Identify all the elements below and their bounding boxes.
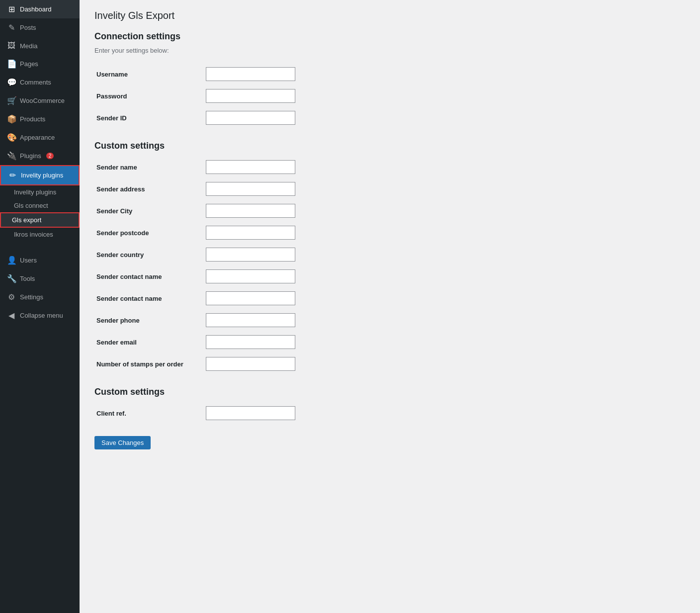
appearance-icon: 🎨: [7, 133, 16, 142]
sidebar-submenu-ikros-invoices[interactable]: Ikros invoices: [0, 228, 80, 241]
sender-email-input[interactable]: [206, 335, 295, 349]
table-row: Sender country: [94, 244, 685, 265]
sender-contact-name2-input[interactable]: [206, 291, 295, 305]
submenu-label: Gls export: [12, 216, 41, 224]
sidebar-item-label: Invelity plugins: [21, 172, 63, 179]
connection-settings-title: Connection settings: [94, 31, 685, 42]
sidebar-item-posts[interactable]: ✎ Posts: [0, 18, 80, 37]
custom-settings2-table: Client ref.: [94, 402, 685, 424]
custom-settings2-section: Custom settings Client ref.: [94, 387, 685, 424]
sidebar-item-plugins[interactable]: 🔌 Plugins 2: [0, 147, 80, 165]
sidebar-item-comments[interactable]: 💬 Comments: [0, 73, 80, 91]
number-of-stamps-input[interactable]: [206, 357, 295, 371]
sidebar-submenu-gls-export[interactable]: Gls export: [0, 212, 80, 228]
sidebar-item-woocommerce[interactable]: 🛒 WooCommerce: [0, 91, 80, 110]
table-row: Sender email: [94, 331, 685, 353]
products-icon: 📦: [7, 114, 16, 124]
sidebar-item-appearance[interactable]: 🎨 Appearance: [0, 128, 80, 147]
sidebar-item-label: Users: [20, 257, 37, 264]
submenu: Invelity plugins Gls connect Gls export …: [0, 185, 80, 241]
sender-postcode-input[interactable]: [206, 226, 295, 240]
sidebar-item-collapse[interactable]: ◀ Collapse menu: [0, 306, 80, 325]
table-row: Sender name: [94, 156, 685, 178]
submenu-label: Ikros invoices: [14, 231, 53, 238]
sidebar-item-label: Pages: [20, 60, 38, 68]
connection-settings-table: Username Password Sender ID: [94, 63, 685, 129]
sidebar-item-label: Comments: [20, 79, 51, 86]
client-ref-input[interactable]: [206, 406, 295, 420]
dashboard-icon: ⊞: [7, 4, 16, 14]
sender-phone-label: Sender phone: [94, 309, 204, 331]
sidebar-submenu-invelity-plugins[interactable]: Invelity plugins: [0, 185, 80, 199]
custom-settings-section: Custom settings Sender name Sender addre…: [94, 141, 685, 387]
table-row: Number of stamps per order: [94, 353, 685, 375]
sender-city-label: Sender City: [94, 200, 204, 222]
sidebar-item-label: Tools: [20, 275, 35, 282]
custom-settings2-title: Custom settings: [94, 387, 685, 397]
sidebar-item-dashboard[interactable]: ⊞ Dashboard: [0, 0, 80, 18]
settings-icon: ⚙: [7, 292, 16, 302]
sidebar-item-invelity-plugins[interactable]: ✏ Invelity plugins: [0, 165, 80, 185]
sender-contact-name-input[interactable]: [206, 269, 295, 283]
table-row: Sender City: [94, 200, 685, 222]
invelity-plugins-icon: ✏: [8, 171, 17, 180]
sender-id-input[interactable]: [206, 111, 295, 125]
tools-icon: 🔧: [7, 274, 16, 283]
password-label: Password: [94, 85, 204, 107]
sender-phone-input[interactable]: [206, 313, 295, 327]
username-label: Username: [94, 63, 204, 85]
posts-icon: ✎: [7, 23, 16, 32]
sender-address-input[interactable]: [206, 182, 295, 196]
sidebar-item-users[interactable]: 👤 Users: [0, 251, 80, 269]
sender-address-label: Sender address: [94, 178, 204, 200]
client-ref-label: Client ref.: [94, 402, 204, 424]
table-row: Sender ID: [94, 107, 685, 129]
sender-email-label: Sender email: [94, 331, 204, 353]
sender-name-label: Sender name: [94, 156, 204, 178]
sender-city-input[interactable]: [206, 204, 295, 218]
sidebar-item-products[interactable]: 📦 Products: [0, 110, 80, 128]
collapse-icon: ◀: [7, 311, 16, 320]
woocommerce-icon: 🛒: [7, 96, 16, 105]
submenu-label: Gls connect: [14, 202, 48, 209]
media-icon: 🖼: [7, 41, 16, 50]
sidebar-item-label: Settings: [20, 293, 43, 301]
page-title: Invelity Gls Export: [94, 10, 685, 21]
sender-postcode-label: Sender postcode: [94, 222, 204, 244]
table-row: Client ref.: [94, 402, 685, 424]
plugins-badge: 2: [46, 153, 54, 159]
sidebar-item-label: WooCommerce: [20, 97, 65, 104]
sidebar-item-tools[interactable]: 🔧 Tools: [0, 269, 80, 288]
connection-settings-section: Connection settings Enter your settings …: [94, 31, 685, 129]
custom-settings-title: Custom settings: [94, 141, 685, 151]
plugins-icon: 🔌: [7, 151, 16, 161]
save-button[interactable]: Save Changes: [94, 436, 151, 449]
sender-contact-name-label: Sender contact name: [94, 265, 204, 287]
custom-settings-table: Sender name Sender address Sender City S…: [94, 156, 685, 375]
table-row: Sender contact name: [94, 265, 685, 287]
sender-country-input[interactable]: [206, 248, 295, 262]
pages-icon: 📄: [7, 59, 16, 69]
main-content: Invelity Gls Export Connection settings …: [80, 0, 700, 613]
sidebar-item-label: Collapse menu: [20, 312, 63, 319]
sidebar-item-label: Media: [20, 42, 37, 50]
sidebar-item-label: Products: [20, 115, 45, 123]
sender-country-label: Sender country: [94, 244, 204, 265]
table-row: Username: [94, 63, 685, 85]
connection-settings-desc: Enter your settings below:: [94, 47, 685, 54]
sender-name-input[interactable]: [206, 160, 295, 174]
sender-contact-name2-label: Sender contact name: [94, 287, 204, 309]
table-row: Sender contact name: [94, 287, 685, 309]
sidebar-item-label: Plugins: [20, 152, 41, 160]
sidebar-item-pages[interactable]: 📄 Pages: [0, 55, 80, 73]
username-input[interactable]: [206, 67, 295, 81]
sidebar-submenu-gls-connect[interactable]: Gls connect: [0, 199, 80, 212]
password-input[interactable]: [206, 89, 295, 103]
table-row: Password: [94, 85, 685, 107]
sidebar-item-label: Appearance: [20, 134, 55, 141]
sidebar-item-media[interactable]: 🖼 Media: [0, 37, 80, 55]
number-of-stamps-label: Number of stamps per order: [94, 353, 204, 375]
table-row: Sender phone: [94, 309, 685, 331]
sidebar-item-settings[interactable]: ⚙ Settings: [0, 288, 80, 306]
table-row: Sender postcode: [94, 222, 685, 244]
